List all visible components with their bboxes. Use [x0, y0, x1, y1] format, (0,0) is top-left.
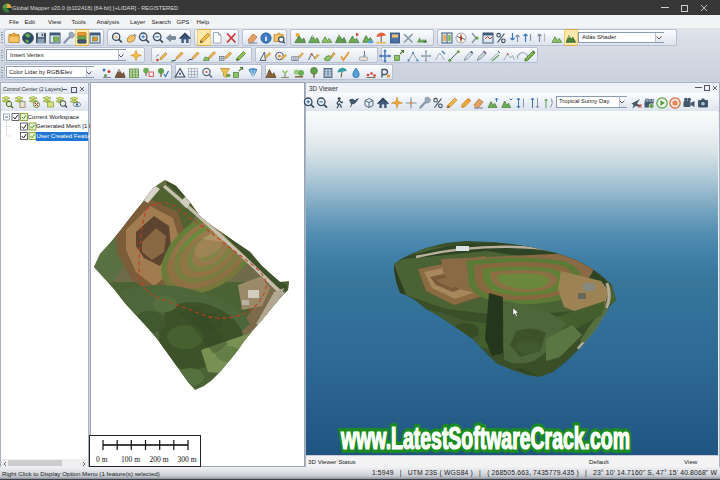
svg-text:www.LatestSoftwareCrack.com: www.LatestSoftwareCrack.com: [340, 420, 630, 455]
